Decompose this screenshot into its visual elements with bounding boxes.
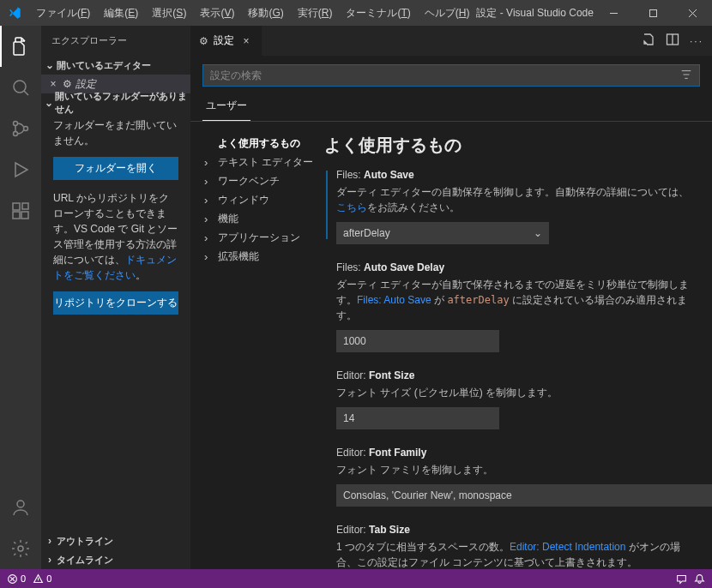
- auto-save-link[interactable]: Files: Auto Save: [357, 294, 431, 306]
- chevron-right-icon: ›: [43, 554, 57, 566]
- detect-indentation-link[interactable]: Editor: Detect Indentation: [510, 541, 625, 553]
- main-area: エクスプローラー ⌄ 開いているエディター × ⚙ 設定 ⌄ 開いているフォルダ…: [0, 26, 712, 569]
- settings-list[interactable]: よく使用するもの Files: Auto Save ダーティ エディターの自動保…: [319, 122, 712, 569]
- chevron-right-icon: ›: [204, 156, 216, 169]
- minimize-button[interactable]: [594, 0, 633, 26]
- open-folder-button[interactable]: フォルダーを開く: [53, 157, 178, 180]
- clone-repo-button[interactable]: リポジトリをクローンする: [53, 291, 178, 315]
- svg-point-9: [17, 501, 24, 507]
- title-bar: ファイル(F) 編集(E) 選択(S) 表示(V) 移動(G) 実行(R) ター…: [0, 0, 712, 26]
- svg-rect-7: [21, 212, 28, 219]
- svg-point-2: [14, 122, 18, 126]
- activity-explorer-icon[interactable]: [0, 26, 41, 67]
- open-settings-json-icon[interactable]: [642, 33, 655, 49]
- settings-search-input[interactable]: [210, 69, 680, 81]
- no-folder-body: フォルダーをまだ開いていません。 フォルダーを開く URL からリポジトリをクロ…: [41, 112, 190, 330]
- chevron-right-icon: ›: [43, 535, 57, 547]
- auto-save-select[interactable]: afterDelay ⌄: [336, 222, 549, 244]
- svg-rect-6: [13, 212, 20, 219]
- toc-item-extensions[interactable]: ›拡張機能: [204, 247, 319, 266]
- font-size-input[interactable]: [336, 407, 499, 429]
- status-errors[interactable]: 0: [7, 573, 26, 585]
- menu-help[interactable]: ヘルプ(H): [418, 0, 477, 26]
- window-controls: [594, 0, 712, 26]
- chevron-right-icon: ›: [204, 175, 216, 188]
- editor-actions: ···: [633, 26, 712, 56]
- chevron-down-icon: ⌄: [43, 59, 57, 71]
- status-feedback-icon[interactable]: [676, 573, 687, 585]
- toc-item-text-editor[interactable]: ›テキスト エディター: [204, 153, 319, 171]
- setting-editor-tab-size: Editor: Tab Size 1 つのタブに相当するスペースの数。Edito…: [324, 524, 697, 569]
- toc-item-features[interactable]: ›機能: [204, 209, 319, 228]
- activity-settings-icon[interactable]: [0, 528, 41, 569]
- editor-area: ⚙ 設定 × ··· ユーザー: [190, 26, 712, 569]
- explorer-sidebar: エクスプローラー ⌄ 開いているエディター × ⚙ 設定 ⌄ 開いているフォルダ…: [41, 26, 190, 569]
- menu-selection[interactable]: 選択(S): [145, 0, 193, 26]
- chevron-down-icon: ⌄: [43, 97, 55, 109]
- timeline-header[interactable]: › タイムライン: [41, 550, 190, 569]
- clone-message: URL からリポジトリをクローンすることもできます。VS Code で Git …: [53, 190, 178, 283]
- auto-save-doc-link[interactable]: こちら: [336, 201, 367, 213]
- menu-go[interactable]: 移動(G): [241, 0, 290, 26]
- vscode-logo-icon: [0, 6, 29, 20]
- menu-edit[interactable]: 編集(E): [97, 0, 145, 26]
- chevron-right-icon: ›: [204, 213, 216, 225]
- tab-label: 設定: [214, 33, 234, 48]
- close-icon[interactable]: ×: [239, 35, 253, 47]
- close-icon[interactable]: ×: [46, 78, 60, 90]
- svg-rect-8: [22, 203, 28, 209]
- no-folder-header[interactable]: ⌄ 開いているフォルダーがありません: [41, 93, 190, 112]
- setting-editor-font-size: Editor: Font Size フォント サイズ (ピクセル単位) を制御し…: [324, 369, 697, 429]
- maximize-button[interactable]: [633, 0, 673, 26]
- menu-terminal[interactable]: ターミナル(T): [339, 0, 417, 26]
- svg-point-3: [14, 132, 18, 136]
- toc-item-window[interactable]: ›ウィンドウ: [204, 190, 319, 209]
- filter-icon[interactable]: [680, 69, 692, 83]
- menu-run[interactable]: 実行(R): [291, 0, 340, 26]
- setting-editor-font-family: Editor: Font Family フォント ファミリを制御します。: [324, 447, 697, 507]
- auto-save-delay-input[interactable]: [336, 330, 499, 352]
- svg-point-1: [14, 81, 26, 93]
- chevron-right-icon: ›: [204, 250, 216, 263]
- menu-bar: ファイル(F) 編集(E) 選択(S) 表示(V) 移動(G) 実行(R) ター…: [29, 0, 476, 26]
- chevron-right-icon: ›: [204, 194, 216, 207]
- status-warnings[interactable]: 0: [33, 573, 51, 585]
- menu-view[interactable]: 表示(V): [193, 0, 241, 26]
- settings-slider-icon: ⚙: [60, 78, 74, 90]
- activity-extensions-icon[interactable]: [0, 190, 41, 231]
- tab-settings[interactable]: ⚙ 設定 ×: [190, 26, 262, 56]
- font-family-input[interactable]: [336, 484, 712, 507]
- settings-search-box[interactable]: [202, 64, 700, 87]
- activity-accounts-icon[interactable]: [0, 487, 41, 528]
- outline-header[interactable]: › アウトライン: [41, 531, 190, 550]
- no-folder-message: フォルダーをまだ開いていません。: [53, 117, 178, 148]
- scope-tab-user[interactable]: ユーザー: [202, 92, 250, 121]
- toc-item-common[interactable]: よく使用するもの: [204, 134, 319, 153]
- split-editor-icon[interactable]: [666, 33, 679, 49]
- settings-slider-icon: ⚙: [199, 35, 208, 47]
- sidebar-title: エクスプローラー: [41, 26, 190, 56]
- menu-file[interactable]: ファイル(F): [29, 0, 97, 26]
- tab-bar: ⚙ 設定 × ···: [190, 26, 712, 56]
- activity-run-debug-icon[interactable]: [0, 149, 41, 190]
- chevron-right-icon: ›: [204, 231, 216, 244]
- toc-item-workbench[interactable]: ›ワークベンチ: [204, 171, 319, 190]
- settings-group-title: よく使用するもの: [324, 134, 697, 157]
- svg-point-10: [18, 546, 23, 551]
- activity-source-control-icon[interactable]: [0, 108, 41, 149]
- status-bar: 0 0: [0, 569, 712, 588]
- settings-toc: よく使用するもの ›テキスト エディター ›ワークベンチ ›ウィンドウ ›機能 …: [190, 122, 319, 569]
- setting-files-auto-save-delay: Files: Auto Save Delay ダーティ エディターが自動で保存さ…: [324, 261, 697, 352]
- svg-point-4: [24, 127, 28, 131]
- settings-scope-tabs: ユーザー: [190, 92, 712, 122]
- toc-item-application[interactable]: ›アプリケーション: [204, 228, 319, 247]
- activity-search-icon[interactable]: [0, 67, 41, 108]
- setting-files-auto-save: Files: Auto Save ダーティ エディターの自動保存を制御します。自…: [324, 169, 697, 244]
- open-editors-header[interactable]: ⌄ 開いているエディター: [41, 56, 190, 75]
- svg-rect-5: [13, 203, 20, 210]
- close-button[interactable]: [673, 0, 712, 26]
- status-bell-icon[interactable]: [694, 573, 705, 585]
- more-actions-icon[interactable]: ···: [690, 35, 703, 47]
- svg-rect-0: [649, 9, 656, 16]
- chevron-down-icon: ⌄: [534, 227, 542, 239]
